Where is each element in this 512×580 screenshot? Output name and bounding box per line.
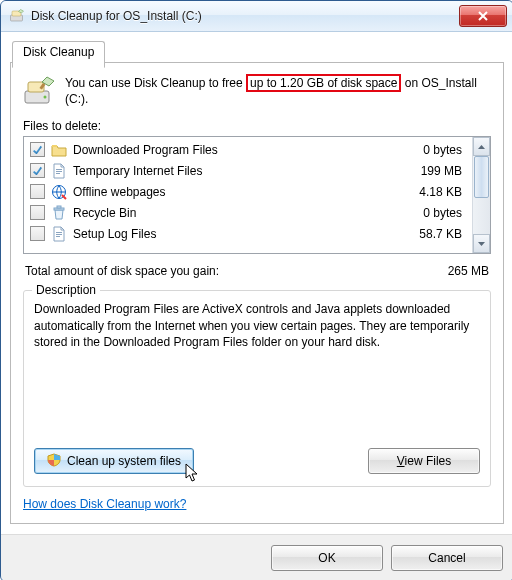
svg-rect-7	[56, 169, 62, 170]
scroll-thumb[interactable]	[474, 156, 489, 198]
chevron-down-icon	[478, 242, 485, 246]
item-size: 0 bytes	[392, 143, 466, 157]
svg-rect-9	[56, 173, 60, 174]
svg-point-3	[44, 96, 47, 99]
tab-strip: Disk Cleanup	[10, 40, 504, 63]
intro-text: You can use Disk Cleanup to free up to 1…	[65, 75, 491, 107]
offline-icon	[51, 184, 67, 200]
tab-label: Disk Cleanup	[23, 45, 94, 59]
intro-highlight: up to 1.20 GB of disk space	[246, 74, 401, 92]
cancel-button[interactable]: Cancel	[391, 545, 503, 571]
checkbox[interactable]	[30, 226, 45, 241]
item-name: Temporary Internet Files	[73, 164, 392, 178]
tab-disk-cleanup[interactable]: Disk Cleanup	[12, 41, 105, 68]
list-item[interactable]: Downloaded Program Files0 bytes	[24, 139, 472, 160]
page-icon	[51, 163, 67, 179]
folder-icon	[51, 142, 67, 158]
ok-button[interactable]: OK	[271, 545, 383, 571]
svg-rect-8	[56, 171, 62, 172]
clean-up-system-files-button[interactable]: Clean up system files	[34, 448, 194, 474]
help-link[interactable]: How does Disk Cleanup work?	[23, 497, 491, 511]
totals-label: Total amount of disk space you gain:	[25, 264, 448, 278]
disk-cleanup-icon	[9, 8, 25, 24]
files-to-delete-label: Files to delete:	[23, 119, 491, 133]
list-item[interactable]: Recycle Bin0 bytes	[24, 202, 472, 223]
close-button[interactable]	[459, 5, 507, 27]
view-files-label: iew Files	[405, 454, 452, 468]
clean-up-system-files-label: Clean up system files	[67, 454, 181, 468]
svg-rect-6	[52, 145, 57, 147]
svg-rect-14	[56, 234, 62, 235]
svg-rect-15	[56, 236, 60, 237]
scroll-up-button[interactable]	[473, 137, 490, 156]
titlebar[interactable]: Disk Cleanup for OS_Install (C:)	[1, 1, 512, 32]
description-text: Downloaded Program Files are ActiveX con…	[34, 301, 480, 350]
totals-value: 265 MB	[448, 264, 489, 278]
view-files-button[interactable]: View Files	[368, 448, 480, 474]
window-title: Disk Cleanup for OS_Install (C:)	[31, 9, 459, 23]
scroll-down-button[interactable]	[473, 234, 490, 253]
list-item[interactable]: Setup Log Files58.7 KB	[24, 223, 472, 244]
files-listbox[interactable]: Downloaded Program Files0 bytesTemporary…	[23, 136, 491, 254]
description-group: Description Downloaded Program Files are…	[23, 290, 491, 487]
page-icon	[51, 226, 67, 242]
list-item[interactable]: Temporary Internet Files199 MB	[24, 160, 472, 181]
ok-label: OK	[318, 551, 335, 565]
shield-icon	[47, 453, 61, 470]
broom-drive-icon	[23, 75, 55, 107]
bin-icon	[51, 205, 67, 221]
scroll-track[interactable]	[473, 156, 490, 234]
tab-panel: You can use Disk Cleanup to free up to 1…	[10, 63, 504, 524]
svg-rect-13	[56, 232, 62, 233]
item-size: 58.7 KB	[392, 227, 466, 241]
svg-rect-12	[57, 206, 61, 208]
item-name: Offline webpages	[73, 185, 392, 199]
cancel-label: Cancel	[428, 551, 465, 565]
checkbox[interactable]	[30, 184, 45, 199]
chevron-up-icon	[478, 145, 485, 149]
cursor-icon	[185, 463, 201, 485]
item-size: 4.18 KB	[392, 185, 466, 199]
item-size: 199 MB	[392, 164, 466, 178]
item-name: Recycle Bin	[73, 206, 392, 220]
intro-row: You can use Disk Cleanup to free up to 1…	[23, 75, 491, 107]
scrollbar[interactable]	[472, 137, 490, 253]
checkbox[interactable]	[30, 205, 45, 220]
description-legend: Description	[32, 283, 100, 297]
list-item[interactable]: Offline webpages4.18 KB	[24, 181, 472, 202]
client-area: Disk Cleanup You can use Disk Cleanup to…	[1, 32, 512, 534]
checkbox[interactable]	[30, 163, 45, 178]
dialog-button-row: OK Cancel	[1, 534, 512, 580]
dialog-window: Disk Cleanup for OS_Install (C:) Disk Cl…	[0, 0, 512, 580]
intro-before: You can use Disk Cleanup to free	[65, 76, 243, 90]
totals-row: Total amount of disk space you gain: 265…	[25, 264, 489, 278]
close-icon	[478, 11, 488, 21]
item-name: Setup Log Files	[73, 227, 392, 241]
item-name: Downloaded Program Files	[73, 143, 392, 157]
item-size: 0 bytes	[392, 206, 466, 220]
checkbox[interactable]	[30, 142, 45, 157]
